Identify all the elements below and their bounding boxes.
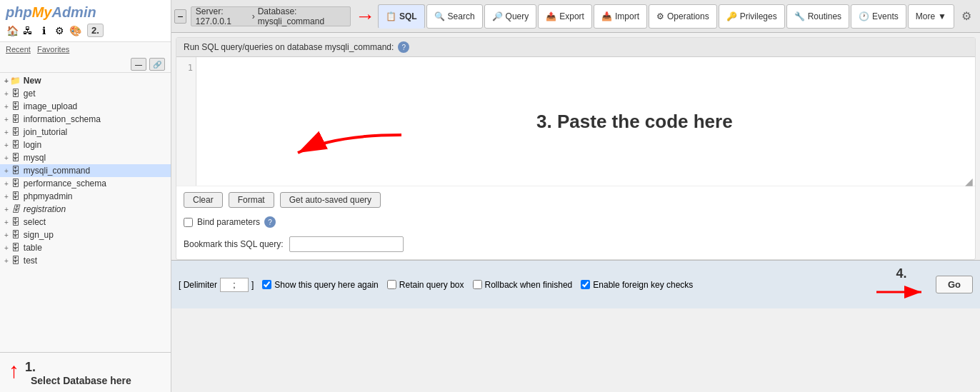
delimiter-bracket-close: ] <box>251 280 254 290</box>
db-icon-table: 🗄 <box>10 243 21 253</box>
recent-link[interactable]: Recent <box>6 45 31 54</box>
db-icon-select: 🗄 <box>10 217 21 227</box>
auto-saved-button[interactable]: Get auto-saved query <box>280 192 381 208</box>
import-icon: 📥 <box>601 11 612 21</box>
breadcrumb-database: Database: mysqli_command <box>258 6 346 26</box>
rollback-label[interactable]: Rollback when finished <box>473 280 573 290</box>
show-query-checkbox[interactable] <box>262 280 271 289</box>
privileges-icon: 🔑 <box>726 11 737 21</box>
sql-panel: Run SQL query/queries on database mysqli… <box>176 37 976 260</box>
sql-panel-header: Run SQL query/queries on database mysqli… <box>176 38 975 57</box>
tree-item-phpmyadmin[interactable]: + 🗄 phpmyadmin <box>0 190 171 203</box>
server-icon[interactable]: 🖧 <box>21 24 34 37</box>
collapse-btn[interactable]: — <box>131 58 146 71</box>
sidebar: phpMyAdmin 🏠 🖧 ℹ ⚙ 🎨 2. Recent Favorites… <box>0 0 171 392</box>
favorites-link[interactable]: Favorites <box>37 45 69 54</box>
retain-query-label[interactable]: Retain query box <box>387 280 464 290</box>
expand-select: + <box>4 218 9 226</box>
tree-item-join-tutorial[interactable]: + 🗄 join_tutorial <box>0 126 171 139</box>
tree-item-login[interactable]: + 🗄 login <box>0 139 171 151</box>
topbar: − Server: 127.0.0.1 › Database: mysqli_c… <box>171 0 980 33</box>
db-icon-mysqli-command: 🗄 <box>10 166 21 176</box>
tab-privileges[interactable]: 🔑 Privileges <box>719 4 785 29</box>
tree-item-get[interactable]: + 🗄 get <box>0 87 171 100</box>
tree-item-image-upload[interactable]: + 🗄 image_upload <box>0 100 171 113</box>
sidebar-links: Recent Favorites <box>0 42 171 56</box>
show-query-label[interactable]: Show this query here again <box>262 280 378 290</box>
tab-events[interactable]: 🕐 Events <box>851 4 906 29</box>
tab-query[interactable]: 🔎 Query <box>484 4 537 29</box>
tab-search[interactable]: 🔍 Search <box>426 4 483 29</box>
expand-table: + <box>4 244 9 252</box>
sidebar-controls: — 🔗 <box>0 56 171 73</box>
home-icon[interactable]: 🏠 <box>6 24 19 37</box>
bind-params-label: Bind parameters <box>197 217 260 227</box>
bind-params-checkbox[interactable] <box>184 218 193 227</box>
step1-num: 1. <box>25 360 137 375</box>
tree-item-select[interactable]: + 🗄 select <box>0 216 171 228</box>
search-nav-icon: 🔍 <box>434 11 445 21</box>
tree-item-test[interactable]: + 🗄 test <box>0 254 171 267</box>
info-icon[interactable]: ℹ <box>37 24 50 37</box>
sql-textarea[interactable] <box>196 57 975 186</box>
tab-routines[interactable]: 🔧 Routines <box>786 4 849 29</box>
bookmark-input[interactable] <box>289 236 404 252</box>
tab-sql[interactable]: 📋 SQL <box>378 4 425 29</box>
db-icon-registration: 🗄 <box>10 204 21 214</box>
delimiter-bracket-open: [ Delimiter <box>179 280 217 290</box>
arrow-up-icon: ↑ <box>9 360 19 381</box>
tree-item-information-schema[interactable]: + 🗄 information_schema <box>0 113 171 126</box>
tree-item-mysql[interactable]: + 🗄 mysql <box>0 151 171 164</box>
tree-item-mysqli-command[interactable]: + 🗄 mysqli_command <box>0 164 171 177</box>
tab-import[interactable]: 📥 Import <box>594 4 647 29</box>
resize-handle[interactable]: ◢ <box>965 176 974 184</box>
retain-query-checkbox[interactable] <box>387 280 396 289</box>
bind-params-row: Bind parameters ? <box>176 213 975 233</box>
minimize-btn[interactable]: − <box>174 9 186 24</box>
go-button[interactable]: Go <box>936 276 973 293</box>
bind-params-help[interactable]: ? <box>264 216 276 228</box>
expand-mysqli-command: + <box>4 167 9 175</box>
clear-button[interactable]: Clear <box>184 192 223 208</box>
db-icon-performance-schema: 🗄 <box>10 179 21 189</box>
gear-settings-btn[interactable]: ⚙ <box>956 6 977 26</box>
sql-editor-area: 1 3. Paste the code here <box>176 57 975 186</box>
breadcrumb-sep: › <box>252 11 255 21</box>
db-icon-new: 📁 <box>10 76 21 86</box>
tab-operations[interactable]: ⚙ Operations <box>649 4 717 29</box>
db-icon-get: 🗄 <box>10 89 21 99</box>
expand-performance-schema: + <box>4 180 9 188</box>
step2-badge: 2. <box>87 24 104 37</box>
export-icon: 📤 <box>546 11 556 21</box>
main: − Server: 127.0.0.1 › Database: mysqli_c… <box>171 0 980 392</box>
bookmark-label: Bookmark this SQL query: <box>184 239 284 249</box>
settings-icon[interactable]: ⚙ <box>53 24 66 37</box>
tab-more[interactable]: More ▼ <box>908 4 954 29</box>
tree-item-table[interactable]: + 🗄 table <box>0 241 171 254</box>
tree-item-registration[interactable]: + 🗄 registration <box>0 203 171 216</box>
tree-item-performance-schema[interactable]: + 🗄 performance_schema <box>0 177 171 190</box>
link-btn[interactable]: 🔗 <box>149 58 165 71</box>
topbar-left: − Server: 127.0.0.1 › Database: mysqli_c… <box>174 5 376 28</box>
logo-my: My <box>32 4 52 20</box>
db-icon-sign-up: 🗄 <box>10 230 21 240</box>
logo-php: php <box>6 4 32 20</box>
db-icon-mysql: 🗄 <box>10 153 21 163</box>
expand-registration: + <box>4 206 9 213</box>
tree-item-sign-up[interactable]: + 🗄 sign_up <box>0 228 171 241</box>
theme-icon[interactable]: 🎨 <box>69 24 81 37</box>
expand-image-upload: + <box>4 103 9 111</box>
db-icon-information-schema: 🗄 <box>10 114 21 124</box>
sidebar-header: phpMyAdmin 🏠 🖧 ℹ ⚙ 🎨 2. <box>0 0 171 42</box>
tree-item-new[interactable]: + 📁 New <box>0 74 171 87</box>
format-button[interactable]: Format <box>229 192 274 208</box>
sql-help-icon[interactable]: ? <box>398 41 409 53</box>
sql-icon: 📋 <box>386 11 396 21</box>
delimiter-input[interactable] <box>220 278 249 292</box>
db-icon-login: 🗄 <box>10 140 21 150</box>
rollback-checkbox[interactable] <box>473 280 482 289</box>
tab-export[interactable]: 📤 Export <box>538 4 592 29</box>
foreign-key-checkbox[interactable] <box>581 280 590 289</box>
foreign-key-label[interactable]: Enable foreign key checks <box>581 280 693 290</box>
select-db-label: Select Database here <box>25 375 137 389</box>
